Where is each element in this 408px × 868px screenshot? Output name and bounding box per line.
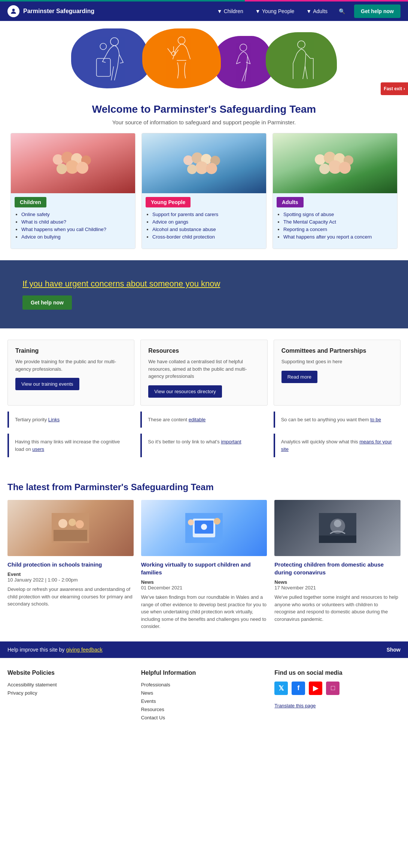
- young-people-links: Support for parents and carers Advice on…: [142, 211, 266, 246]
- footer-link-contact[interactable]: Contact Us: [141, 715, 165, 720]
- young-link-2[interactable]: Advice on gangs: [152, 219, 188, 225]
- tertiary-text-4: Having this many links will increase the…: [15, 439, 120, 452]
- tertiary-text-6: Analytics will quickly show what this: [281, 439, 360, 444]
- social-heading: Find us on social media: [274, 670, 393, 676]
- news-type-1: Event: [7, 571, 134, 577]
- feedback-show-button[interactable]: Show: [387, 647, 401, 653]
- category-card-children: Children Online safety What is child abu…: [10, 133, 136, 249]
- tertiary-link-3[interactable]: to be: [370, 417, 381, 422]
- nav-children[interactable]: ▼ Children: [211, 1, 249, 21]
- footer-link-accessibility[interactable]: Accessibility statement: [7, 682, 57, 688]
- footer-link-privacy[interactable]: Privacy policy: [7, 690, 37, 696]
- young-link-3[interactable]: Alcohol and substance abuse: [152, 227, 216, 232]
- svg-point-38: [188, 519, 194, 525]
- young-link-4[interactable]: Cross-border child protection: [152, 234, 215, 240]
- site-logo[interactable]: Parminster Safeguarding: [7, 5, 94, 17]
- svg-point-42: [334, 520, 341, 527]
- twitter-icon[interactable]: 𝕏: [274, 682, 288, 695]
- svg-point-22: [315, 154, 325, 165]
- footer-link-professionals[interactable]: Professionals: [141, 682, 170, 688]
- translate-link[interactable]: Translate this page: [274, 703, 316, 708]
- urgent-link[interactable]: If you have urgent concerns about someon…: [22, 279, 386, 289]
- adults-link-2[interactable]: The Mental Capacity Act: [283, 219, 336, 225]
- adults-link-3[interactable]: Reporting a concern: [283, 227, 327, 232]
- committees-button[interactable]: Read more: [281, 371, 317, 383]
- young-link-1[interactable]: Support for parents and carers: [152, 212, 218, 217]
- category-card-adults: Adults Spotting signs of abuse The Menta…: [272, 133, 398, 249]
- svg-point-7: [298, 41, 305, 48]
- news-title-1[interactable]: Child protection in schools training: [7, 561, 134, 568]
- latest-title: The latest from Parminster's Safeguardin…: [7, 482, 401, 492]
- news-title-2[interactable]: Working virtually to support children an…: [141, 561, 267, 576]
- youtube-icon[interactable]: ▶: [309, 682, 322, 695]
- search-icon[interactable]: 🔍: [334, 1, 350, 21]
- logo-text: Parminster Safeguarding: [23, 8, 94, 15]
- fast-exit-label: Fast exit: [384, 86, 402, 91]
- info-links: Professionals News Events Resources Cont…: [141, 682, 260, 720]
- social-icons: 𝕏 f ▶ □: [274, 682, 393, 695]
- young-people-label[interactable]: Young People: [146, 197, 191, 207]
- svg-point-28: [339, 162, 351, 174]
- news-desc-3: We've pulled together some insight and r…: [274, 594, 401, 623]
- news-card-3: Protecting children from domestic abuse …: [274, 500, 401, 630]
- footer-col-info: Helpful Information Professionals News E…: [134, 670, 267, 723]
- tertiary-1-2: These are content editable: [140, 412, 267, 428]
- news-date-3: 17 November 2021: [274, 585, 401, 591]
- nav-adults[interactable]: ▼ Adults: [300, 1, 334, 21]
- news-card-2: Working virtually to support children an…: [141, 500, 267, 630]
- news-type-2: News: [141, 579, 267, 585]
- news-date-1: 10 January 2022 | 1:00 - 2:00pm: [7, 577, 134, 583]
- adults-link-4[interactable]: What happens after you report a concern: [283, 234, 372, 240]
- news-title-3[interactable]: Protecting children from domestic abuse …: [274, 561, 401, 576]
- instagram-icon[interactable]: □: [326, 682, 340, 695]
- footer: Website Policies Accessibility statement…: [0, 658, 408, 734]
- adults-link-1[interactable]: Spotting signs of abuse: [283, 212, 334, 217]
- svg-rect-2: [97, 58, 110, 76]
- young-people-image: [142, 133, 266, 193]
- tertiary-link-4[interactable]: users: [32, 446, 44, 452]
- fast-exit-button[interactable]: Fast exit ›: [381, 82, 408, 95]
- news-date-2: 01 December 2021: [141, 585, 267, 591]
- children-link-4[interactable]: Advice on bullying: [21, 234, 61, 240]
- tertiary-row-1: Tertiary priority Links These are conten…: [7, 412, 401, 428]
- svg-point-20: [187, 164, 197, 174]
- tertiary-2-2: So it's better to only link to what's im…: [140, 434, 267, 457]
- children-link-1[interactable]: Online safety: [21, 212, 50, 217]
- tertiary-link-2[interactable]: editable: [189, 417, 206, 422]
- nav-young-people[interactable]: ▼ Young People: [249, 1, 301, 21]
- welcome-section: Welcome to Parminster's Safeguarding Tea…: [0, 92, 408, 133]
- facebook-icon[interactable]: f: [292, 682, 305, 695]
- tertiary-link-1[interactable]: Links: [48, 417, 60, 422]
- nav-gethelp-button[interactable]: Get help now: [354, 4, 401, 18]
- gethelp-button[interactable]: Get help now: [22, 295, 72, 310]
- footer-link-resources[interactable]: Resources: [141, 707, 164, 712]
- main-nav: Parminster Safeguarding ▼ Children ▼ You…: [0, 1, 408, 21]
- hero-blobs: [0, 21, 408, 92]
- feedback-link[interactable]: giving feedback: [66, 647, 102, 653]
- news-row: Child protection in schools training Eve…: [7, 500, 401, 630]
- chevron-down-icon: ▼: [306, 8, 311, 14]
- children-link-2[interactable]: What is child abuse?: [21, 219, 66, 225]
- footer-link-events[interactable]: Events: [141, 698, 156, 704]
- children-link-3[interactable]: What happens when you call Childline?: [21, 227, 106, 232]
- tertiary-text-3: So can be set to anything you want them: [281, 417, 370, 422]
- resources-button[interactable]: View our resources directory: [148, 385, 222, 398]
- svg-point-30: [58, 519, 67, 528]
- welcome-subtitle: Your source of information to safeguard …: [7, 119, 401, 125]
- svg-point-1: [110, 38, 118, 46]
- footer-link-news[interactable]: News: [141, 690, 153, 696]
- training-button[interactable]: View our training events: [15, 378, 79, 390]
- svg-point-0: [12, 9, 15, 11]
- tertiary-1-1: Tertiary priority Links: [7, 412, 134, 428]
- feedback-text: Help improve this site by giving feedbac…: [7, 647, 103, 653]
- training-text: We provide training for the public and f…: [15, 358, 127, 373]
- committees-text: Supporting text goes in here: [281, 358, 393, 365]
- children-label[interactable]: Children: [15, 197, 46, 207]
- svg-point-37: [201, 524, 207, 530]
- tertiary-2-1: Having this many links will increase the…: [7, 434, 134, 457]
- svg-point-27: [319, 164, 330, 174]
- tertiary-link-5[interactable]: important: [221, 439, 241, 444]
- urgent-banner: If you have urgent concerns about someon…: [0, 260, 408, 328]
- adults-label[interactable]: Adults: [277, 197, 304, 207]
- adults-body: Adults Spotting signs of abuse The Menta…: [273, 193, 397, 249]
